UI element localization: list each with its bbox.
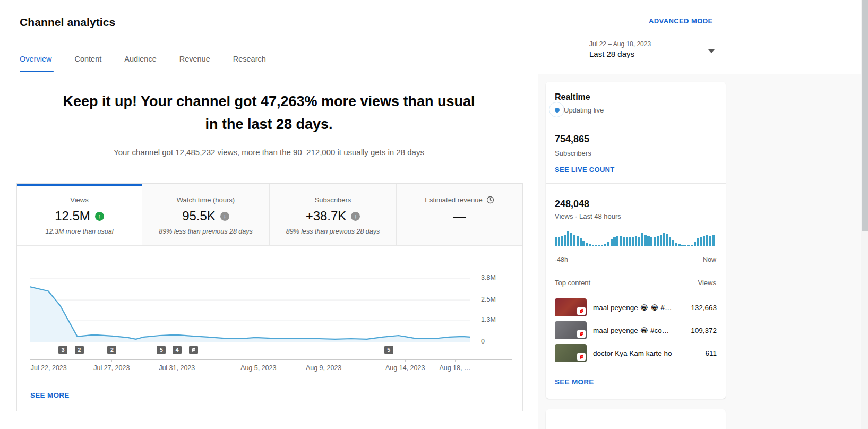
realtime-bar: [598, 245, 600, 246]
metric-value: +38.7K: [306, 209, 347, 224]
bar-axis-end: Now: [703, 256, 716, 263]
shorts-icon: [577, 353, 586, 361]
realtime-bar: [626, 237, 628, 246]
video-count-badge[interactable]: 5: [157, 346, 166, 354]
metric-tabs: Views12.5M↑12.3M more than usualWatch ti…: [17, 184, 522, 246]
realtime-bar: [558, 237, 560, 246]
line-chart-svg[interactable]: [30, 263, 470, 344]
metric-label: Views: [70, 196, 88, 204]
date-preset-text: Last 28 days: [589, 49, 651, 58]
updating-live-label: Updating live: [564, 106, 604, 114]
realtime-bar: [654, 237, 656, 246]
realtime-bar: [620, 236, 622, 246]
x-axis-tick: [324, 359, 324, 362]
realtime-bar: [663, 233, 665, 246]
headline-line2: in the last 28 days.: [0, 113, 538, 136]
divider: [546, 125, 726, 125]
overview-panel: Keep it up! Your channel got 47,263% mor…: [0, 74, 538, 429]
metric-label: Subscribers: [315, 196, 351, 204]
shorts-annotation-icon[interactable]: [189, 346, 198, 354]
shorts-icon: [577, 330, 586, 338]
realtime-bar: [616, 236, 618, 246]
scrollbar-thumb[interactable]: [862, 0, 868, 231]
x-axis-label: Jul 31, 2023: [148, 364, 206, 372]
realtime-bar: [611, 239, 613, 246]
realtime-bar: [589, 244, 591, 246]
realtime-bar: [601, 245, 603, 246]
realtime-bar: [660, 235, 662, 246]
key-metrics-card: Views12.5M↑12.3M more than usualWatch ti…: [16, 183, 523, 411]
clock-icon: [486, 196, 494, 204]
video-count-badge[interactable]: 3: [58, 346, 67, 354]
realtime-bar: [635, 236, 637, 246]
top-content-row[interactable]: maal peyenge 😂 #co…109,372: [555, 319, 717, 341]
realtime-bar: [592, 245, 594, 246]
active-tab-underline: [20, 71, 54, 72]
metric-tab-views[interactable]: Views12.5M↑12.3M more than usual: [17, 184, 142, 246]
see-more-link[interactable]: SEE MORE: [30, 391, 70, 399]
advanced-mode-button[interactable]: ADVANCED MODE: [649, 17, 713, 25]
x-axis-label: Aug 5, 2023: [229, 364, 288, 372]
metric-tab-subscribers[interactable]: Subscribers+38.7K↓89% less than previous…: [270, 184, 397, 246]
trend-up-icon: ↑: [95, 212, 104, 221]
video-count-badge[interactable]: 2: [75, 346, 84, 354]
analytics-tabs: OverviewContentAudienceRevenueResearch: [20, 55, 266, 63]
video-thumbnail: [555, 344, 587, 362]
realtime-bar-chart[interactable]: [555, 231, 715, 246]
realtime-bar: [647, 236, 649, 246]
realtime-bar: [687, 245, 690, 246]
video-title: maal peyenge 😂 #co…: [593, 326, 686, 334]
realtime-title: Realtime: [555, 92, 590, 102]
metric-tab-estimated-revenue[interactable]: Estimated revenue—: [397, 184, 522, 246]
tab-overview[interactable]: Overview: [20, 55, 51, 63]
realtime-bar: [700, 237, 702, 246]
metric-tab-watch-time-hours[interactable]: Watch time (hours)95.5K↓89% less than pr…: [142, 184, 270, 246]
tab-research[interactable]: Research: [233, 55, 266, 63]
video-count-badge[interactable]: 2: [107, 346, 116, 354]
video-count-badge[interactable]: 5: [384, 346, 393, 354]
video-views: 132,663: [686, 304, 717, 312]
realtime-bar: [629, 237, 631, 246]
x-axis-tick: [259, 359, 259, 362]
next-card-sliver: [546, 409, 726, 429]
video-title: doctor Kya Kam karte ho: [593, 349, 686, 357]
tab-revenue[interactable]: Revenue: [179, 55, 210, 63]
realtime-bar: [684, 245, 686, 246]
video-count-badge[interactable]: 4: [173, 346, 182, 354]
top-content-header: Top content: [555, 279, 590, 287]
video-thumbnail: [555, 298, 587, 316]
top-content-row[interactable]: maal peyenge 😂 😂 #…132,663: [555, 296, 717, 319]
x-axis-tick: [49, 359, 49, 362]
realtime-bar: [564, 235, 566, 246]
realtime-bar: [644, 235, 647, 246]
see-live-count-link[interactable]: SEE LIVE COUNT: [555, 166, 615, 174]
realtime-bar: [697, 238, 699, 246]
x-axis-label: Aug 18, …: [426, 364, 484, 372]
video-views: 109,372: [686, 327, 717, 334]
realtime-bar: [570, 233, 572, 246]
top-content-row[interactable]: doctor Kya Kam karte ho611: [555, 342, 717, 364]
bar-axis-start: -48h: [555, 256, 568, 263]
realtime-bar: [672, 240, 674, 246]
video-views: 611: [686, 349, 717, 357]
metric-note: 89% less than previous 28 days: [270, 228, 396, 235]
y-axis-label: 1.3M: [481, 316, 508, 323]
realtime-bar: [657, 236, 659, 246]
chevron-down-icon[interactable]: [708, 49, 715, 53]
realtime-bar: [595, 245, 597, 246]
tab-audience[interactable]: Audience: [124, 55, 156, 63]
realtime-bar: [681, 245, 683, 246]
date-range-picker[interactable]: Jul 22 – Aug 18, 2023 Last 28 days: [589, 40, 651, 58]
live-dot-icon: [555, 108, 560, 113]
y-axis-label: 2.5M: [481, 296, 508, 303]
tab-content[interactable]: Content: [74, 55, 101, 63]
page-scrollbar[interactable]: [861, 0, 868, 429]
realtime-bar: [666, 234, 668, 246]
realtime-bar: [669, 237, 671, 246]
y-axis-label: 3.8M: [481, 274, 508, 281]
realtime-bar: [604, 244, 606, 246]
see-more-link[interactable]: SEE MORE: [555, 378, 594, 386]
realtime-bar: [691, 245, 693, 246]
headline: Keep it up! Your channel got 47,263% mor…: [0, 90, 538, 136]
realtime-subscribers-label: Subscribers: [555, 149, 591, 157]
